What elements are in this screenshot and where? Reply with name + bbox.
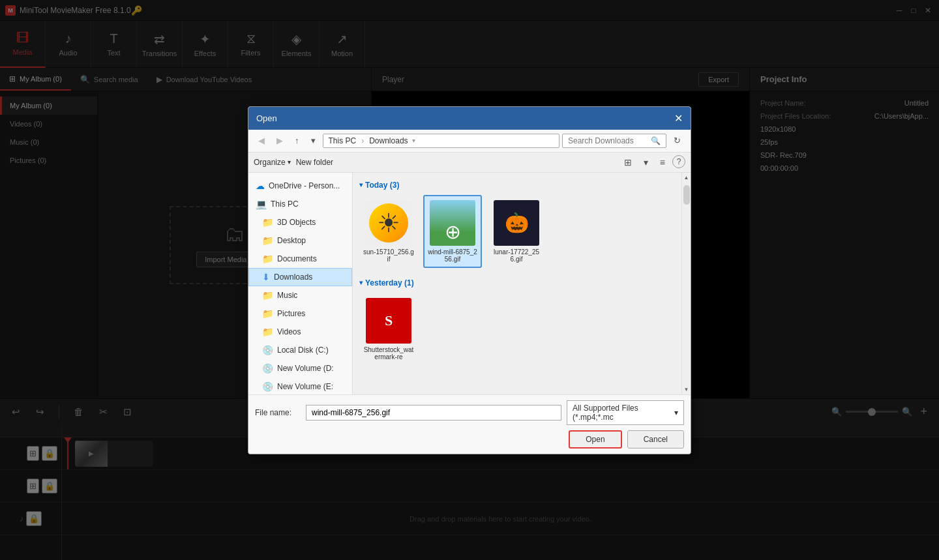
today-toggle-icon: ▾	[359, 181, 363, 188]
dialog-toolbar: Organize ▾ New folder ⊞ ▾ ≡ ?	[248, 153, 691, 173]
shutterstock-thumb-visual: S	[366, 298, 411, 344]
organize-arrow-icon: ▾	[288, 158, 291, 166]
addr-separator: ›	[361, 136, 364, 145]
sidebar-item-local-disk-c[interactable]: 💿 Local Disk (C:)	[248, 341, 352, 359]
this-pc-icon: 💻	[256, 199, 267, 209]
nav-forward-button[interactable]: ▶	[272, 134, 288, 147]
view-details-button[interactable]: ≡	[655, 155, 670, 169]
filetype-label: All Supported Files (*.mp4;*.mc	[573, 404, 674, 422]
open-button[interactable]: Open	[569, 430, 621, 449]
lunar-filename: lunar-17722_256.gif	[491, 248, 542, 263]
disk-d-icon: 💿	[262, 363, 273, 374]
file-item-windmill[interactable]: ⊕ wind-mill-6875_256.gif	[423, 195, 482, 268]
view-buttons: ⊞ ▾ ≡ ?	[619, 155, 685, 169]
refresh-button[interactable]: ↻	[669, 134, 685, 147]
scroll-track[interactable]	[682, 183, 691, 385]
sidebar-item-3d-objects[interactable]: 📁 3D Objects	[248, 213, 352, 231]
addr-dropdown-icon: ▾	[412, 137, 415, 144]
today-files-grid: sun-15710_256.gif ⊕ wind-mill-6875_256.g…	[358, 192, 676, 271]
yesterday-section-header: ▾ Yesterday (1)	[358, 276, 676, 290]
search-input[interactable]	[568, 136, 646, 145]
sidebar-item-pictures[interactable]: 📁 Pictures	[248, 304, 352, 323]
today-section: ▾ Today (3) sun-15710_256.gif	[358, 178, 676, 271]
lunar-icon: 🎃	[505, 211, 529, 234]
organize-button[interactable]: Organize ▾	[254, 158, 291, 167]
dialog-main-area: ▾ Today (3) sun-15710_256.gif	[353, 173, 681, 394]
yesterday-files-grid: S Shutterstock_watermark-re	[358, 290, 676, 368]
filetype-arrow-icon: ▾	[674, 408, 678, 417]
filename-row: File name: All Supported Files (*.mp4;*.…	[255, 400, 684, 425]
scroll-thumb[interactable]	[683, 185, 690, 205]
sidebar-item-downloads[interactable]: ⬇ Downloads	[248, 268, 352, 286]
disk-e-icon: 💿	[262, 381, 273, 392]
filename-label: File name:	[255, 408, 301, 417]
dialog-overlay: Open ✕ ◀ ▶ ↑ ▾ This PC › Downloads ▾ 🔍 ↻	[0, 0, 939, 560]
shutterstock-filename: Shutterstock_watermark-re	[363, 346, 414, 361]
sidebar-item-onedrive[interactable]: ☁ OneDrive - Person...	[248, 177, 352, 195]
lunar-thumb-visual: 🎃	[494, 200, 539, 246]
folder-pictures-icon: 📁	[262, 308, 273, 319]
scroll-down-arrow[interactable]: ▼	[682, 385, 691, 394]
nav-back-button[interactable]: ◀	[254, 134, 269, 147]
dialog-scrollbar: ▲ ▼	[681, 173, 691, 394]
scroll-up-arrow[interactable]: ▲	[682, 173, 691, 183]
folder-videos-icon: 📁	[262, 327, 273, 337]
dialog-footer: File name: All Supported Files (*.mp4;*.…	[248, 394, 691, 454]
sun-thumbnail	[366, 200, 411, 246]
search-box[interactable]: 🔍	[562, 134, 666, 148]
sidebar-item-documents[interactable]: 📁 Documents	[248, 250, 352, 268]
today-section-header: ▾ Today (3)	[358, 178, 676, 192]
dialog-title: Open	[256, 113, 277, 123]
dialog-addressbar: ◀ ▶ ↑ ▾ This PC › Downloads ▾ 🔍 ↻	[248, 130, 691, 153]
addr-seg-thispc: This PC	[329, 136, 357, 145]
search-icon: 🔍	[651, 136, 661, 145]
onedrive-icon: ☁	[256, 181, 265, 191]
file-item-shutterstock[interactable]: S Shutterstock_watermark-re	[359, 293, 418, 366]
sidebar-item-music[interactable]: 📁 Music	[248, 286, 352, 304]
folder-music-icon: 📁	[262, 290, 273, 301]
yesterday-section: ▾ Yesterday (1) S Shut	[358, 276, 676, 368]
new-folder-button[interactable]: New folder	[296, 158, 333, 167]
sidebar-item-this-pc[interactable]: 💻 This PC	[248, 195, 352, 213]
dialog-body: ☁ OneDrive - Person... 💻 This PC 📁 3D Ob…	[248, 173, 691, 394]
sidebar-item-videos[interactable]: 📁 Videos	[248, 323, 352, 341]
folder-documents-icon: 📁	[262, 254, 273, 264]
files-area: ▾ Today (3) sun-15710_256.gif	[353, 173, 681, 394]
folder-3d-icon: 📁	[262, 217, 273, 228]
sun-thumb-visual	[369, 203, 408, 243]
sidebar-item-new-volume-d[interactable]: 💿 New Volume (D:	[248, 359, 352, 377]
addr-seg-downloads: Downloads	[369, 136, 408, 145]
sun-filename: sun-15710_256.gif	[363, 248, 414, 263]
yesterday-header-label: Yesterday (1)	[365, 278, 414, 287]
folder-desktop-icon: 📁	[262, 235, 273, 246]
folder-downloads-icon: ⬇	[262, 272, 270, 282]
sidebar-item-new-volume-e[interactable]: 💿 New Volume (E:	[248, 377, 352, 394]
address-path: This PC › Downloads ▾	[323, 134, 560, 148]
today-header-label: Today (3)	[365, 181, 399, 190]
filename-input[interactable]	[306, 405, 561, 420]
filetype-dropdown[interactable]: All Supported Files (*.mp4;*.mc ▾	[567, 400, 684, 425]
help-button[interactable]: ?	[672, 155, 685, 168]
sidebar-item-desktop[interactable]: 📁 Desktop	[248, 231, 352, 250]
file-item-sun[interactable]: sun-15710_256.gif	[359, 195, 418, 268]
shutterstock-logo: S	[385, 312, 393, 329]
open-dialog: Open ✕ ◀ ▶ ↑ ▾ This PC › Downloads ▾ 🔍 ↻	[248, 106, 691, 454]
file-item-lunar[interactable]: 🎃 lunar-17722_256.gif	[487, 195, 546, 268]
dialog-sidebar: ☁ OneDrive - Person... 💻 This PC 📁 3D Ob…	[248, 173, 353, 394]
cancel-button[interactable]: Cancel	[627, 430, 684, 449]
windmill-icon: ⊕	[445, 220, 461, 243]
disk-c-icon: 💿	[262, 345, 273, 355]
view-list-button[interactable]: ▾	[639, 155, 653, 169]
windmill-thumbnail: ⊕	[430, 200, 475, 246]
dialog-close-button[interactable]: ✕	[674, 112, 683, 125]
lunar-thumbnail: 🎃	[494, 200, 539, 246]
dialog-action-row: Open Cancel	[255, 430, 684, 449]
windmill-filename: wind-mill-6875_256.gif	[427, 248, 478, 263]
view-grid-button[interactable]: ⊞	[619, 155, 636, 169]
dialog-titlebar: Open ✕	[248, 107, 691, 130]
shutterstock-thumbnail: S	[366, 298, 411, 344]
yesterday-toggle-icon: ▾	[359, 279, 363, 286]
nav-up-button[interactable]: ↑	[290, 134, 304, 147]
windmill-thumb-visual: ⊕	[430, 200, 475, 246]
nav-recent-button[interactable]: ▾	[306, 134, 320, 147]
